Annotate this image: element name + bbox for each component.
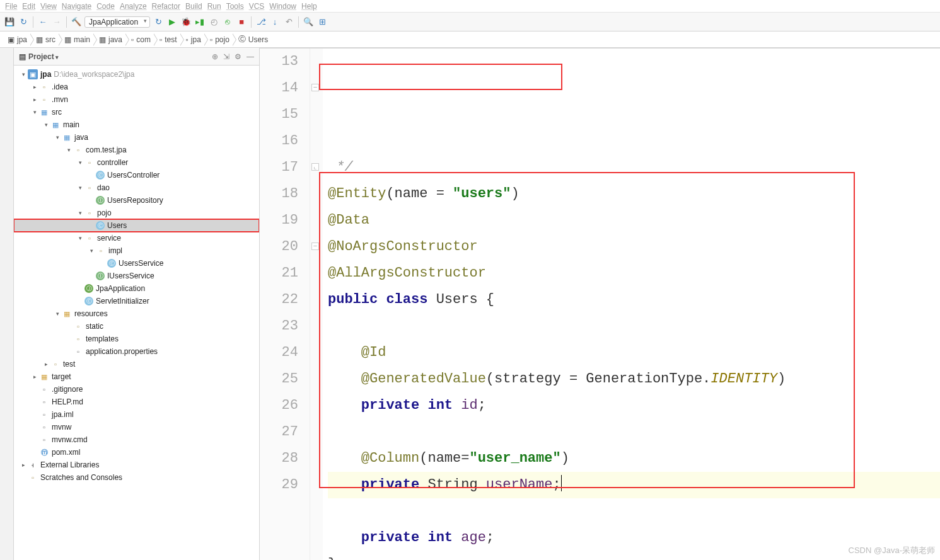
fold-gutter[interactable]: −⌞− <box>310 49 323 560</box>
forward-icon[interactable] <box>51 16 62 28</box>
crumb-main[interactable]: ▦main <box>59 34 94 45</box>
code-line-16[interactable]: @NoArgsConstructor <box>328 234 940 260</box>
tree-node-usersservice[interactable]: ⒸUsersService <box>14 257 259 270</box>
crumb-test[interactable]: ▫test <box>154 34 181 45</box>
left-gutter <box>0 48 14 560</box>
tree-node-src[interactable]: ▦src <box>14 106 259 118</box>
code-line-13[interactable]: */ <box>328 154 940 181</box>
file-icon: ▫ <box>39 384 49 394</box>
vcs-icon[interactable]: ⎇ <box>255 16 267 28</box>
tree-node-service[interactable]: ▫service <box>14 232 259 244</box>
coverage-icon[interactable]: ▸▮ <box>194 16 206 28</box>
build-icon[interactable] <box>71 16 82 28</box>
tree-node-com-test-jpa[interactable]: ▫com.test.jpa <box>14 144 259 156</box>
tree-node-help-md[interactable]: ▫HELP.md <box>14 396 259 408</box>
menu-build[interactable]: Build <box>185 2 202 11</box>
tree-node--mvn[interactable]: ▫.mvn <box>14 93 259 106</box>
tree-node-mvnw[interactable]: ▫mvnw <box>14 421 259 433</box>
tree-node-main[interactable]: ▦main <box>14 118 259 131</box>
tree-node-servletinitializer[interactable]: ⒸServletInitializer <box>14 295 259 307</box>
tree-node-static[interactable]: ▫static <box>14 320 259 333</box>
code-line-22[interactable]: private int id; <box>328 392 940 419</box>
menu-refactor[interactable]: Refactor <box>152 2 180 11</box>
back-icon[interactable] <box>37 16 49 28</box>
crumb-pojo[interactable]: ▫pojo <box>205 34 233 45</box>
project-pane-title[interactable]: Project <box>28 52 59 61</box>
menu-navigate[interactable]: Navigate <box>62 2 91 11</box>
code-line-17[interactable]: @AllArgsConstructor <box>328 260 940 287</box>
tree-node-external-libraries[interactable]: ⫞External Libraries <box>14 459 259 471</box>
code-line-19[interactable] <box>328 313 940 340</box>
tree-node--idea[interactable]: ▫.idea <box>14 81 259 93</box>
update-icon[interactable]: ↓ <box>269 16 281 28</box>
debug-icon[interactable] <box>180 16 192 28</box>
crumb-com[interactable]: ▫com <box>126 34 154 45</box>
menu-edit[interactable]: Edit <box>22 2 35 11</box>
tree-node--gitignore[interactable]: ▫.gitignore <box>14 383 259 396</box>
tree-node-jpa[interactable]: ▣jpaD:\idea_workspace2\jpa <box>14 68 259 81</box>
settings-icon[interactable] <box>235 52 241 61</box>
code-editor[interactable]: 1314151617181920212223242526272829 −⌞− *… <box>260 49 940 560</box>
menu-tools[interactable]: Tools <box>226 2 244 11</box>
tree-node-dao[interactable]: ▫dao <box>14 181 259 194</box>
menu-view[interactable]: View <box>40 2 57 11</box>
tree-node-mvnw-cmd[interactable]: ▫mvnw.cmd <box>14 433 259 446</box>
expand-all-icon[interactable]: ⇲ <box>223 52 229 61</box>
c-icon: Ⓒ <box>96 171 105 180</box>
run-config-dropdown[interactable]: JpaApplication <box>84 16 150 28</box>
code-line-23[interactable] <box>328 419 940 445</box>
code-content[interactable]: */@Entity(name = "users")@Data@NoArgsCon… <box>323 49 940 560</box>
code-line-15[interactable]: @Data <box>328 207 940 234</box>
tree-node-application-properties[interactable]: ▫application.properties <box>14 345 259 358</box>
tree-node-target[interactable]: ▦target <box>14 370 259 383</box>
attach-icon[interactable]: ⎋ <box>222 16 233 28</box>
crumb-src[interactable]: ▦src <box>31 34 59 45</box>
menu-analyze[interactable]: Analyze <box>120 2 147 11</box>
run-icon[interactable] <box>166 16 178 28</box>
menu-window[interactable]: Window <box>269 2 296 11</box>
code-line-18[interactable]: public class Users { <box>328 287 940 313</box>
code-line-26[interactable] <box>328 498 940 525</box>
menu-code[interactable]: Code <box>96 2 115 11</box>
menu-file[interactable]: File <box>5 2 17 11</box>
tree-node-controller[interactable]: ▫controller <box>14 156 259 169</box>
history-icon[interactable]: ↶ <box>283 16 294 28</box>
tree-node-resources[interactable]: ▦resources <box>14 307 259 320</box>
menu-vcs[interactable]: VCS <box>249 2 265 11</box>
dir-icon: ▫ <box>39 82 49 92</box>
tree-node-impl[interactable]: ▫impl <box>14 244 259 257</box>
code-line-24[interactable]: @Column(name="user_name") <box>328 445 940 472</box>
code-line-14[interactable]: @Entity(name = "users") <box>328 181 940 207</box>
structure-icon[interactable]: ⊞ <box>316 16 328 28</box>
project-tree[interactable]: ▣jpaD:\idea_workspace2\jpa▫.idea▫.mvn▦sr… <box>14 66 259 560</box>
tree-node-test[interactable]: ▫test <box>14 358 259 370</box>
tree-node-scratches-and-consoles[interactable]: ▫Scratches and Consoles <box>14 471 259 484</box>
select-opened-icon[interactable] <box>212 52 218 61</box>
code-line-21[interactable]: @GeneratedValue(strategy = GenerationTyp… <box>328 366 940 392</box>
tree-node-pom-xml[interactable]: ⓜpom.xml <box>14 446 259 459</box>
code-line-25[interactable]: private String userName; <box>328 472 940 498</box>
hide-icon[interactable]: — <box>247 52 254 61</box>
tree-node-iusersservice[interactable]: ⒾIUsersService <box>14 270 259 282</box>
refresh-icon[interactable] <box>18 16 29 28</box>
code-line-20[interactable]: @Id <box>328 340 940 366</box>
tree-node-users[interactable]: ⒸUsers <box>14 219 259 232</box>
rerun-icon[interactable] <box>153 16 164 28</box>
crumb-java[interactable]: ▦java <box>94 34 126 45</box>
tree-node-jpaapplication[interactable]: ⒿJpaApplication <box>14 282 259 295</box>
search-icon[interactable] <box>303 16 314 28</box>
tree-node-pojo[interactable]: ▫pojo <box>14 207 259 219</box>
tree-node-userscontroller[interactable]: ⒸUsersController <box>14 169 259 181</box>
profile-icon[interactable]: ◴ <box>208 16 219 28</box>
tree-node-usersrepository[interactable]: ⒾUsersRepository <box>14 194 259 207</box>
save-icon[interactable] <box>4 16 15 28</box>
tree-node-java[interactable]: ▦java <box>14 131 259 144</box>
crumb-users[interactable]: ⒸUsers <box>233 33 272 46</box>
menu-run[interactable]: Run <box>207 2 221 11</box>
crumb-jpa[interactable]: ▫jpa <box>181 34 205 45</box>
tree-node-templates[interactable]: ▫templates <box>14 333 259 345</box>
menu-help[interactable]: Help <box>301 2 317 11</box>
tree-node-jpa-iml[interactable]: ▫jpa.iml <box>14 408 259 421</box>
crumb-jpa[interactable]: ▣jpa <box>3 34 31 45</box>
stop-icon[interactable] <box>236 16 247 28</box>
